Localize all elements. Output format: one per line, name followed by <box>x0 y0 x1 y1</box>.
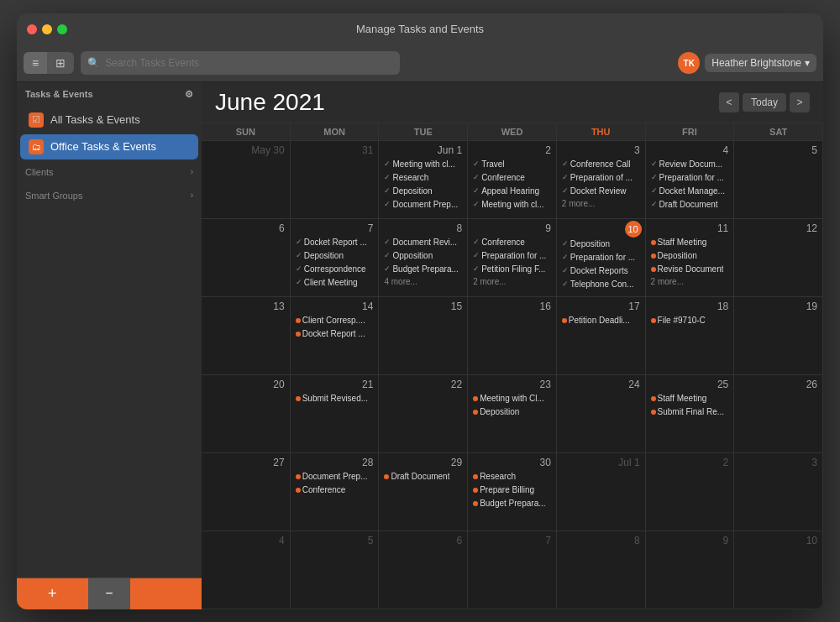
day-cell[interactable]: 8 <box>557 531 646 609</box>
minimize-button[interactable] <box>42 24 52 34</box>
day-cell[interactable]: 2✓Travel✓Conference✓Appeal Hearing✓Meeti… <box>468 141 557 218</box>
event-item[interactable]: Conference <box>294 483 375 497</box>
event-item[interactable]: ✓Deposition <box>382 185 464 198</box>
day-cell[interactable]: 27 <box>202 453 291 531</box>
grid-view-button[interactable]: ⊞ <box>47 52 74 74</box>
search-input[interactable] <box>105 57 393 69</box>
event-item[interactable]: ✓Correspondence <box>294 263 375 276</box>
event-item[interactable]: Staff Meeting <box>649 236 731 249</box>
day-cell[interactable]: 15 <box>379 297 468 374</box>
event-item[interactable]: ✓Preparation for ... <box>560 251 642 264</box>
event-item[interactable]: Deposition <box>471 405 553 419</box>
day-cell[interactable]: 22 <box>379 375 468 452</box>
day-cell[interactable]: Jun 1✓Meeting with cl...✓Research✓Deposi… <box>379 141 468 218</box>
day-cell[interactable]: 8✓Document Revi...✓Opposition✓Budget Pre… <box>379 219 468 296</box>
event-item[interactable]: Docket Report ... <box>294 327 375 341</box>
day-cell[interactable]: 30ResearchPrepare BillingBudget Prepara.… <box>468 453 557 531</box>
day-cell[interactable]: 11Staff MeetingDepositionRevise Document… <box>646 219 735 296</box>
day-cell[interactable]: 26 <box>734 375 823 452</box>
day-cell[interactable]: 31 <box>291 141 380 218</box>
event-item[interactable]: Client Corresp.... <box>294 314 375 327</box>
close-button[interactable] <box>27 24 37 34</box>
day-cell[interactable]: Jul 1 <box>557 453 646 531</box>
event-item[interactable]: ✓Telephone Con... <box>560 278 642 291</box>
event-item[interactable]: ✓Docket Report ... <box>294 236 375 249</box>
day-cell[interactable]: 13 <box>202 297 291 374</box>
day-cell[interactable]: 21Submit Revised... <box>291 375 380 452</box>
event-item[interactable]: Document Prep... <box>294 470 375 483</box>
day-cell[interactable]: 24 <box>557 375 646 452</box>
day-cell[interactable]: 12 <box>734 219 823 296</box>
event-item[interactable]: File #9710-C <box>649 314 731 327</box>
day-cell[interactable]: 16 <box>468 297 557 374</box>
sidebar-item-all-tasks[interactable]: ☑ All Tasks & Events <box>20 107 198 133</box>
event-item[interactable]: Budget Prepara... <box>471 497 553 510</box>
event-item[interactable]: ✓Petition Filing F... <box>471 263 553 276</box>
day-cell[interactable]: 5 <box>291 531 380 609</box>
day-cell[interactable]: 10✓Deposition✓Preparation for ...✓Docket… <box>557 219 646 296</box>
more-events-link[interactable]: 2 more... <box>649 276 731 287</box>
day-cell[interactable]: 9 <box>646 531 735 609</box>
add-button[interactable]: + <box>17 578 88 609</box>
more-events-link[interactable]: 2 more... <box>471 276 553 287</box>
event-item[interactable]: ✓Preparation for ... <box>471 249 553 263</box>
event-item[interactable]: Research <box>471 470 553 483</box>
event-item[interactable]: Deposition <box>649 249 731 263</box>
day-cell[interactable]: 10 <box>734 531 823 609</box>
day-cell[interactable]: 3 <box>734 453 823 531</box>
event-item[interactable]: ✓Preparation of ... <box>560 171 642 185</box>
event-item[interactable]: ✓Travel <box>471 158 553 171</box>
event-item[interactable]: ✓Budget Prepara... <box>382 263 464 276</box>
day-cell[interactable]: 4✓Review Docum...✓Preparation for ...✓Do… <box>646 141 735 218</box>
day-cell[interactable]: 20 <box>202 375 291 452</box>
day-cell[interactable]: 23Meeting with Cl...Deposition <box>468 375 557 452</box>
event-item[interactable]: ✓Conference <box>471 236 553 249</box>
event-item[interactable]: ✓Client Meeting <box>294 276 375 290</box>
day-cell[interactable]: 9✓Conference✓Preparation for ...✓Petitio… <box>468 219 557 296</box>
event-item[interactable]: ✓Review Docum... <box>649 158 731 171</box>
event-item[interactable]: ✓Document Revi... <box>382 236 464 249</box>
day-cell[interactable]: 6 <box>202 219 291 296</box>
event-item[interactable]: ✓Conference <box>471 171 553 185</box>
maximize-button[interactable] <box>57 24 67 34</box>
remove-button[interactable]: − <box>88 578 131 609</box>
event-item[interactable]: Revise Document <box>649 263 731 276</box>
day-cell[interactable]: 25Staff MeetingSubmit Final Re... <box>646 375 735 452</box>
list-view-button[interactable]: ≡ <box>24 52 47 74</box>
event-item[interactable]: Meeting with Cl... <box>471 392 553 405</box>
sidebar-item-office-tasks[interactable]: 🗂 Office Tasks & Events <box>20 134 198 159</box>
day-cell[interactable]: 7✓Docket Report ...✓Deposition✓Correspon… <box>291 219 380 296</box>
event-item[interactable]: ✓Docket Manage... <box>649 185 731 198</box>
event-item[interactable]: ✓Draft Document <box>649 198 731 212</box>
day-cell[interactable]: 4 <box>202 531 291 609</box>
event-item[interactable]: Submit Revised... <box>294 392 375 405</box>
event-item[interactable]: ✓Appeal Hearing <box>471 185 553 198</box>
event-item[interactable]: ✓Meeting with cl... <box>382 158 464 171</box>
event-item[interactable]: ✓Deposition <box>560 238 642 251</box>
day-cell[interactable]: 18File #9710-C <box>646 297 735 374</box>
more-events-link[interactable]: 2 more... <box>560 198 642 209</box>
event-item[interactable]: Submit Final Re... <box>649 405 731 419</box>
sidebar-section-clients[interactable]: Clients › <box>17 160 202 184</box>
event-item[interactable]: Draft Document <box>382 470 464 483</box>
day-cell[interactable]: 7 <box>468 531 557 609</box>
day-cell[interactable]: 28Document Prep...Conference <box>291 453 380 531</box>
day-cell[interactable]: 6 <box>379 531 468 609</box>
day-cell[interactable]: 17Petition Deadli... <box>557 297 646 374</box>
more-events-link[interactable]: 4 more... <box>382 276 464 287</box>
event-item[interactable]: ✓Document Prep... <box>382 198 464 212</box>
event-item[interactable]: Prepare Billing <box>471 483 553 497</box>
event-item[interactable]: ✓Preparation for ... <box>649 171 731 185</box>
event-item[interactable]: ✓Meeting with cl... <box>471 198 553 212</box>
day-cell[interactable]: 29Draft Document <box>379 453 468 531</box>
sidebar-section-smart-groups[interactable]: Smart Groups › <box>17 184 202 207</box>
event-item[interactable]: ✓Docket Review <box>560 185 642 198</box>
day-cell[interactable]: May 30 <box>202 141 291 218</box>
event-item[interactable]: ✓Conference Call <box>560 158 642 171</box>
today-button[interactable]: Today <box>743 93 786 112</box>
user-name-button[interactable]: Heather Brightstone ▾ <box>705 54 816 72</box>
day-cell[interactable]: 5 <box>734 141 823 218</box>
day-cell[interactable]: 14Client Corresp....Docket Report ... <box>291 297 380 374</box>
event-item[interactable]: ✓Opposition <box>382 249 464 263</box>
event-item[interactable]: Staff Meeting <box>649 392 731 405</box>
